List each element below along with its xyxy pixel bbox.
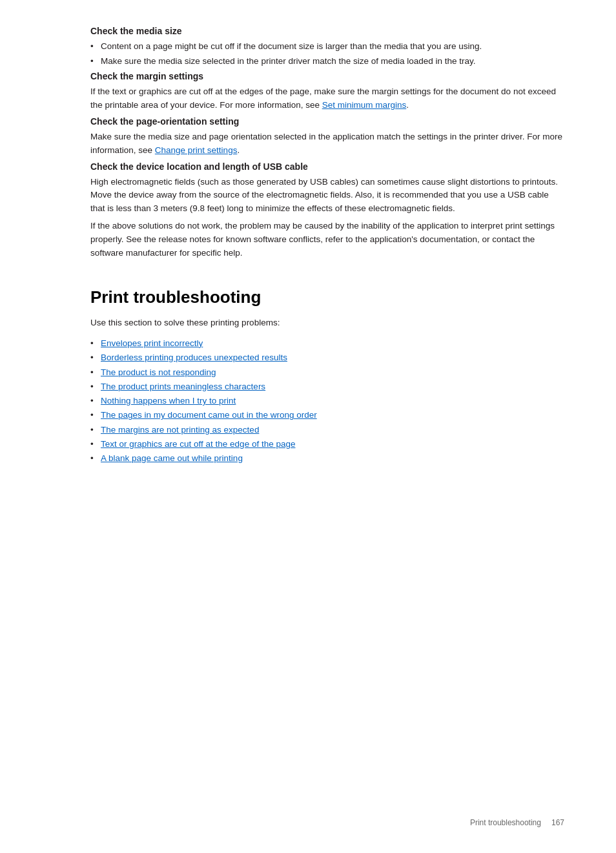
product-prints-meaningless-link[interactable]: The product prints meaningless character…: [101, 382, 265, 391]
page-orientation-text-after: .: [237, 145, 240, 155]
envelopes-print-incorrectly-link[interactable]: Envelopes print incorrectly: [101, 338, 203, 348]
print-troubleshooting-heading: Print troubleshooting: [90, 287, 564, 307]
device-location-body2: If the above solutions do not work, the …: [90, 220, 564, 260]
wrong-order-link[interactable]: The pages in my document came out in the…: [101, 410, 317, 420]
list-item: Envelopes print incorrectly: [90, 336, 564, 351]
text-graphics-cut-off-link[interactable]: Text or graphics are cut off at the edge…: [101, 439, 295, 449]
page-footer: Print troubleshooting 167: [470, 818, 564, 827]
list-item: Text or graphics are cut off at the edge…: [90, 437, 564, 451]
media-size-heading: Check the media size: [90, 26, 564, 36]
list-item: The product is not responding: [90, 365, 564, 380]
footer-page-number: 167: [551, 818, 564, 827]
set-minimum-margins-link[interactable]: Set minimum margins: [322, 100, 407, 110]
list-item: A blank page came out while printing: [90, 451, 564, 466]
device-location-heading: Check the device location and length of …: [90, 161, 564, 172]
page-orientation-heading: Check the page-orientation setting: [90, 116, 564, 127]
margin-settings-text-after: .: [406, 100, 409, 110]
margin-settings-section: Check the margin settings If the text or…: [90, 71, 564, 112]
list-item: Borderless printing produces unexpected …: [90, 351, 564, 365]
media-size-list: Content on a page might be cut off if th…: [90, 40, 564, 68]
intro-text: Use this section to solve these printing…: [90, 316, 564, 330]
page: Check the media size Content on a page m…: [0, 0, 616, 853]
product-not-responding-link[interactable]: The product is not responding: [101, 367, 216, 377]
margin-settings-heading: Check the margin settings: [90, 71, 564, 81]
device-location-section: Check the device location and length of …: [90, 161, 564, 261]
change-print-settings-link[interactable]: Change print settings: [155, 145, 238, 155]
media-size-section: Check the media size Content on a page m…: [90, 26, 564, 68]
nothing-happens-link[interactable]: Nothing happens when I try to print: [101, 396, 236, 406]
page-orientation-section: Check the page-orientation setting Make …: [90, 116, 564, 158]
page-orientation-body: Make sure the media size and page orient…: [90, 130, 564, 158]
list-item: The margins are not printing as expected: [90, 423, 564, 437]
margin-settings-body: If the text or graphics are cut off at t…: [90, 85, 564, 112]
list-item: The pages in my document came out in the…: [90, 408, 564, 422]
list-item: The product prints meaningless character…: [90, 380, 564, 394]
list-item: Nothing happens when I try to print: [90, 394, 564, 408]
device-location-body1: High electromagnetic fields (such as tho…: [90, 176, 564, 216]
margins-not-printing-link[interactable]: The margins are not printing as expected: [101, 425, 259, 435]
list-item: Content on a page might be cut off if th…: [90, 40, 564, 54]
list-item: Make sure the media size selected in the…: [90, 55, 564, 68]
borderless-printing-link[interactable]: Borderless printing produces unexpected …: [101, 353, 287, 362]
footer-section-label: Print troubleshooting: [470, 818, 541, 827]
troubleshooting-link-list: Envelopes print incorrectly Borderless p…: [90, 336, 564, 466]
blank-page-link[interactable]: A blank page came out while printing: [101, 453, 243, 463]
